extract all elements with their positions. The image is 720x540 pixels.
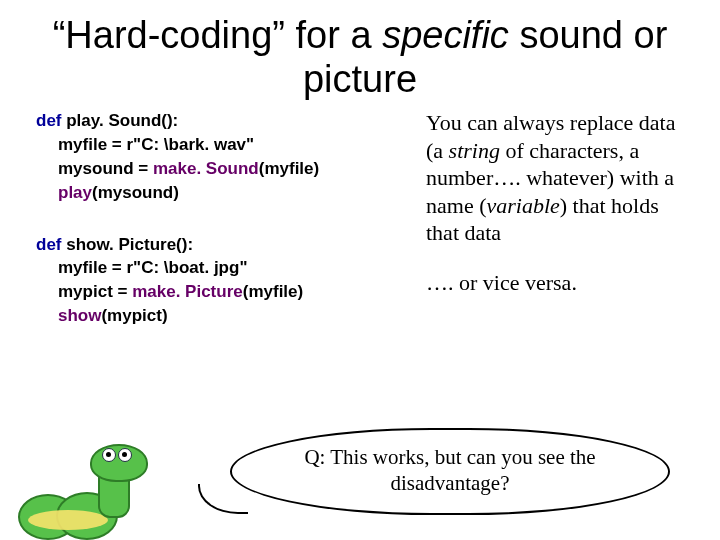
code-line: show(mypict) xyxy=(58,304,406,328)
code-block-1: def play. Sound(): myfile = r"C: \bark. … xyxy=(36,109,406,204)
code-line: def play. Sound(): xyxy=(36,109,406,133)
italic-text: variable xyxy=(486,193,559,218)
code-text: (myfile) xyxy=(243,282,303,301)
fn-name: play. Sound(): xyxy=(62,111,179,130)
keyword-def: def xyxy=(36,111,62,130)
content-columns: def play. Sound(): myfile = r"C: \bark. … xyxy=(0,101,720,355)
fn-call: play xyxy=(58,183,92,202)
slide-title: “Hard-coding” for a specific sound or pi… xyxy=(0,0,720,101)
title-text-1: “Hard-coding” for a xyxy=(53,14,382,56)
code-text: (myfile) xyxy=(259,159,319,178)
keyword-def: def xyxy=(36,235,62,254)
code-text: (mypict) xyxy=(101,306,167,325)
code-text: mypict = xyxy=(58,282,132,301)
paragraph-1: You can always replace data (a string of… xyxy=(426,109,690,247)
code-line: play(mysound) xyxy=(58,181,406,205)
code-line: def show. Picture(): xyxy=(36,233,406,257)
speech-bubble-text: Q: This works, but can you see the disad… xyxy=(230,428,670,515)
code-line: mysound = make. Sound(myfile) xyxy=(58,157,406,181)
code-block-2: def show. Picture(): myfile = r"C: \boat… xyxy=(36,233,406,328)
italic-text: string xyxy=(449,138,500,163)
code-column: def play. Sound(): myfile = r"C: \bark. … xyxy=(36,109,406,355)
code-line: myfile = r"C: \boat. jpg" xyxy=(58,256,406,280)
fn-call: show xyxy=(58,306,101,325)
fn-call: make. Sound xyxy=(153,159,259,178)
code-text: mysound = xyxy=(58,159,153,178)
paragraph-2: …. or vice versa. xyxy=(426,269,690,297)
code-line: myfile = r"C: \bark. wav" xyxy=(58,133,406,157)
code-line: mypict = make. Picture(myfile) xyxy=(58,280,406,304)
fn-name: show. Picture(): xyxy=(62,235,194,254)
snake-mascot-icon xyxy=(18,448,168,540)
text-column: You can always replace data (a string of… xyxy=(426,109,690,355)
fn-call: make. Picture xyxy=(132,282,243,301)
title-italic: specific xyxy=(382,14,509,56)
slide: “Hard-coding” for a specific sound or pi… xyxy=(0,0,720,540)
speech-bubble: Q: This works, but can you see the disad… xyxy=(230,428,670,515)
code-text: (mysound) xyxy=(92,183,179,202)
